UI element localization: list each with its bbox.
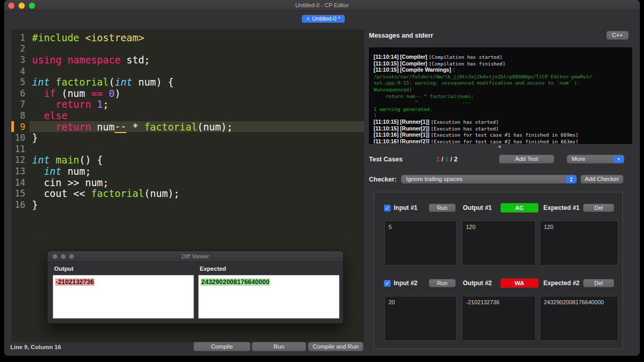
log-line: return num-- * factorial(num); [374, 91, 627, 97]
code-line[interactable]: 6 if (num == 0) [11, 88, 364, 99]
code-line[interactable]: 12int main() { [11, 155, 364, 166]
delete-testcase-button[interactable]: Del [583, 204, 614, 212]
log-line: [11:10:15] [Compiler] [Compilation has f… [374, 58, 627, 65]
code-token: } [32, 199, 38, 210]
checkbox-checked-icon[interactable]: ✓ [384, 205, 391, 211]
code-line[interactable]: 7 return 1; [11, 99, 364, 110]
code-line[interactable]: 2 [11, 43, 364, 55]
input-textarea[interactable]: 5 [384, 221, 457, 266]
code-line[interactable]: 13 int num; [11, 166, 364, 177]
tab-untitled-0[interactable]: × Untitled-0 * [302, 15, 345, 23]
checkbox-checked-icon[interactable]: ✓ [384, 280, 391, 287]
code-text: return 1; [29, 99, 364, 110]
diff-title: Diff Viewer [47, 253, 343, 259]
code-line[interactable]: 1#include <iostream> [11, 32, 364, 43]
run-testcase-button[interactable]: Run [429, 204, 456, 212]
language-button[interactable]: C++ [606, 31, 629, 40]
code-token [32, 166, 44, 177]
run-testcase-button[interactable]: Run [429, 279, 456, 287]
code-token: ; [103, 98, 108, 110]
delete-testcase-button[interactable]: Del [583, 279, 614, 287]
code-token: cin >> num; [32, 177, 109, 188]
testcase-header: ✓Input #2RunOutput #2WAExpected #2Del [374, 279, 622, 288]
diff-expected-label: Expected [200, 266, 226, 272]
code-text [29, 43, 364, 55]
output-label: Output #1 [463, 204, 492, 211]
code-token [32, 121, 56, 133]
expected-textarea[interactable]: 2432902008176640000 [540, 296, 618, 341]
window-title: Untitled-0 - CP Editor [4, 2, 640, 8]
count-segment: 2 [454, 156, 458, 163]
add-test-button[interactable]: Add Test [499, 155, 554, 163]
code-line[interactable]: 10} [11, 132, 364, 143]
log-line: [11:10:15] [Runner[1]] [Execution has st… [374, 117, 627, 123]
log-line: [11:10:15] [Runner[2]] [Execution has st… [374, 123, 627, 130]
tab-label: Untitled-0 * [312, 15, 340, 23]
count-segment: / [440, 156, 445, 163]
line-number: 15 [14, 188, 29, 199]
code-line[interactable]: 5int factorial(int num) { [11, 76, 364, 88]
code-token [50, 154, 55, 166]
code-line[interactable]: 16} [11, 199, 364, 210]
line-number: 2 [14, 43, 29, 54]
log-line: [11:10:16] [Runner[2]] [Execution for te… [374, 136, 627, 143]
code-token [50, 76, 55, 88]
code-token: (num); [144, 188, 180, 199]
input-label: Input #1 [394, 204, 417, 211]
output-textarea[interactable]: -2102132736 [462, 296, 536, 341]
code-line[interactable]: 15 cout << factorial(num); [11, 188, 364, 199]
code-token: if [44, 88, 56, 99]
diff-expected-pane[interactable]: 2432902008176640000 [198, 275, 340, 319]
diff-viewer-window[interactable]: Diff Viewer Output Expected -2102132736 … [47, 251, 344, 324]
line-number: 3 [14, 55, 29, 65]
compile-button[interactable]: Compile [194, 342, 250, 351]
cursor-position-status: Line 9, Column 16 [10, 344, 61, 350]
output-textarea[interactable]: 120 [462, 221, 536, 266]
log-line: [11:10:14] [Compiler] [Compilation has s… [374, 52, 627, 58]
splitter-handle[interactable] [498, 145, 501, 148]
code-line[interactable]: 14 cin >> num; [11, 177, 364, 188]
code-token: (num); [197, 121, 233, 133]
code-token: factorial [91, 188, 144, 199]
code-text: } [29, 132, 364, 143]
code-line[interactable]: 8 else [11, 110, 364, 121]
code-token: } [32, 132, 38, 143]
code-text: using namespace std; [29, 54, 364, 65]
compile-and-run-button[interactable]: Compile and Run [308, 342, 363, 351]
verdict-badge: WA [501, 278, 538, 288]
code-token: (num [56, 88, 91, 99]
code-token: main [56, 154, 79, 166]
code-token: ) [115, 88, 120, 99]
console-log[interactable]: [11:10:14] [Compiler] [Compilation has s… [369, 47, 632, 144]
more-dropdown[interactable]: More ▾ [567, 155, 624, 163]
input-textarea[interactable]: 20 [384, 296, 457, 341]
add-checker-button[interactable]: Add Checker [581, 175, 623, 184]
code-token [91, 98, 96, 110]
diff-output-pane[interactable]: -2102132736 [53, 275, 194, 319]
checker-selected-option: Ignore trailing spaces [406, 176, 462, 182]
run-button[interactable]: Run [252, 342, 306, 351]
code-text: #include <iostream> [29, 32, 364, 43]
expected-label: Expected #1 [543, 204, 579, 211]
testcase-container: ✓Input #1RunOutput #1ACExpected #1Del512… [374, 192, 623, 349]
code-line[interactable]: 4 [11, 65, 364, 77]
tab-close-icon[interactable]: × [307, 15, 310, 23]
diff-expected-value: 2432902008176640000 [201, 278, 270, 286]
checker-select[interactable]: Ignore trailing spaces ▴▾ [401, 175, 577, 184]
code-line[interactable]: 11 [11, 143, 364, 155]
code-token: return [56, 121, 91, 133]
code-token [61, 54, 67, 65]
line-number: 14 [14, 177, 29, 188]
code-line[interactable]: 3using namespace std; [11, 54, 364, 65]
expected-textarea[interactable]: 120 [540, 221, 618, 266]
cp-editor-window: Untitled-0 - CP Editor × Untitled-0 * 1#… [4, 0, 640, 356]
code-token: <iostream> [85, 32, 144, 43]
code-token: int [115, 76, 132, 88]
code-token: namespace [68, 54, 121, 65]
code-token: std; [121, 54, 150, 65]
code-token: () { [79, 154, 103, 166]
code-line[interactable]: 9 return num-- * factorial(num); [11, 121, 364, 133]
code-text: else [29, 110, 364, 121]
code-token [32, 98, 56, 110]
code-token: return [56, 98, 91, 110]
